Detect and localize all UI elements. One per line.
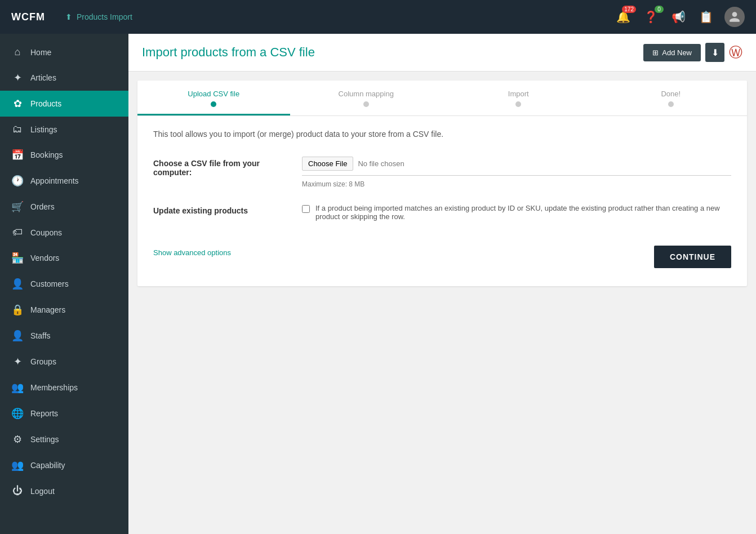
advanced-options-button[interactable]: Show advanced options	[153, 248, 231, 257]
wordpress-button[interactable]: Ⓦ	[729, 43, 742, 61]
help-badge: 0	[655, 6, 664, 13]
topbar-logo: WCFM	[11, 11, 45, 23]
sidebar-item-label: Products	[30, 99, 61, 108]
sidebar-item-reports[interactable]: 🌐Reports	[0, 400, 128, 426]
upload-icon: ⬆	[65, 12, 72, 21]
orders-icon: 🛒	[11, 201, 24, 213]
sidebar-item-settings[interactable]: ⚙Settings	[0, 426, 128, 452]
sidebar-item-label: Staffs	[30, 331, 51, 340]
sidebar-item-home[interactable]: ⌂Home	[0, 39, 128, 65]
update-desc: If a product being imported matches an e…	[315, 204, 731, 221]
update-control: If a product being imported matches an e…	[302, 204, 731, 221]
customers-icon: 👤	[11, 278, 24, 290]
listings-icon: 🗂	[11, 123, 24, 135]
file-label: Choose a CSV file from your computer:	[153, 157, 288, 177]
download-button[interactable]: ⬇	[705, 43, 724, 62]
notes-button[interactable]: 📋	[697, 8, 715, 26]
sidebar: ⌂Home✦Articles✿Products🗂Listings📅Booking…	[0, 34, 128, 534]
add-new-button[interactable]: ⊞ Add New	[643, 44, 701, 61]
content-card: Upload CSV file Column mapping Import Do…	[137, 81, 747, 286]
sidebar-item-label: Articles	[30, 73, 56, 82]
choose-file-button[interactable]: Choose File	[302, 157, 353, 171]
managers-icon: 🔒	[11, 304, 24, 316]
file-row: Choose a CSV file from your computer: Ch…	[153, 157, 731, 188]
sidebar-item-vendors[interactable]: 🏪Vendors	[0, 245, 128, 271]
sidebar-item-managers[interactable]: 🔒Managers	[0, 297, 128, 323]
checkbox-wrapper: If a product being imported matches an e…	[302, 204, 731, 221]
sidebar-item-label: Reports	[30, 409, 58, 418]
staffs-icon: 👤	[11, 330, 24, 342]
page-title: Import products from a CSV file	[142, 45, 315, 60]
continue-button[interactable]: CONTINUE	[654, 246, 731, 268]
step-done-dot	[668, 101, 674, 107]
sidebar-item-memberships[interactable]: 👥Memberships	[0, 375, 128, 400]
settings-icon: ⚙	[11, 433, 24, 446]
sidebar-item-label: Coupons	[30, 228, 62, 237]
topbar: WCFM ⬆ Products Import 🔔 172 ❓ 0 📢 📋	[0, 0, 756, 34]
sidebar-item-articles[interactable]: ✦Articles	[0, 65, 128, 91]
appointments-icon: 🕐	[11, 175, 24, 187]
form-description: This tool allows you to import (or merge…	[153, 130, 731, 139]
sidebar-item-bookings[interactable]: 📅Bookings	[0, 142, 128, 168]
breadcrumb-label: Products Import	[77, 12, 132, 21]
sidebar-item-groups[interactable]: ✦Groups	[0, 349, 128, 375]
grid-icon: ⊞	[652, 48, 659, 57]
sidebar-item-label: Logout	[30, 487, 55, 496]
step-done-label: Done!	[661, 90, 681, 98]
notifications-button[interactable]: 🔔 172	[614, 8, 633, 26]
download-icon: ⬇	[711, 47, 719, 58]
articles-icon: ✦	[11, 72, 24, 84]
sidebar-item-label: Customers	[30, 279, 69, 288]
logout-icon: ⏻	[11, 485, 24, 497]
products-icon: ✿	[11, 97, 24, 110]
vendors-icon: 🏪	[11, 252, 24, 264]
home-icon: ⌂	[11, 46, 24, 58]
file-input-line: Choose File No file chosen	[302, 157, 731, 176]
sidebar-item-products[interactable]: ✿Products	[0, 91, 128, 117]
wordpress-icon: Ⓦ	[729, 44, 742, 60]
sidebar-item-label: Listings	[30, 125, 57, 134]
steps-nav: Upload CSV file Column mapping Import Do…	[137, 81, 747, 116]
bookings-icon: 📅	[11, 149, 24, 161]
sidebar-item-label: Groups	[30, 357, 56, 366]
avatar[interactable]	[724, 7, 745, 27]
sidebar-item-staffs[interactable]: 👤Staffs	[0, 323, 128, 349]
capability-icon: 👥	[11, 459, 24, 471]
help-button[interactable]: ❓ 0	[642, 8, 660, 26]
coupons-icon: 🏷	[11, 226, 24, 238]
update-label: Update existing products	[153, 204, 288, 215]
sidebar-item-customers[interactable]: 👤Customers	[0, 271, 128, 297]
step-upload-label: Upload CSV file	[188, 90, 239, 98]
update-row: Update existing products If a product be…	[153, 204, 731, 221]
step-mapping-dot	[363, 101, 369, 107]
step-import-dot	[515, 101, 521, 107]
sidebar-item-label: Orders	[30, 202, 55, 211]
sidebar-item-appointments[interactable]: 🕐Appointments	[0, 168, 128, 194]
main-content: Import products from a CSV file ⊞ Add Ne…	[128, 34, 756, 534]
sidebar-item-label: Bookings	[30, 150, 63, 159]
update-checkbox[interactable]	[302, 205, 310, 213]
sidebar-item-label: Settings	[30, 435, 59, 444]
step-upload-dot	[211, 101, 216, 107]
layout: ⌂Home✦Articles✿Products🗂Listings📅Booking…	[0, 34, 756, 534]
memberships-icon: 👥	[11, 381, 24, 394]
step-done: Done!	[595, 81, 748, 115]
sidebar-item-listings[interactable]: 🗂Listings	[0, 117, 128, 142]
sidebar-item-label: Appointments	[30, 176, 79, 185]
step-import-label: Import	[508, 90, 529, 98]
sidebar-item-label: Vendors	[30, 253, 59, 262]
sidebar-item-orders[interactable]: 🛒Orders	[0, 194, 128, 220]
step-mapping: Column mapping	[290, 81, 443, 115]
step-mapping-label: Column mapping	[339, 90, 394, 98]
sidebar-item-coupons[interactable]: 🏷Coupons	[0, 220, 128, 245]
announcements-button[interactable]: 📢	[669, 8, 688, 26]
topbar-breadcrumb: ⬆ Products Import	[65, 12, 132, 21]
sidebar-item-logout[interactable]: ⏻Logout	[0, 478, 128, 504]
page-header: Import products from a CSV file ⊞ Add Ne…	[128, 34, 756, 72]
reports-icon: 🌐	[11, 407, 24, 420]
step-import: Import	[442, 81, 595, 115]
sidebar-item-label: Capability	[30, 461, 65, 470]
step-upload: Upload CSV file	[137, 81, 290, 115]
sidebar-item-capability[interactable]: 👥Capability	[0, 452, 128, 478]
form-footer: CONTINUE	[654, 246, 731, 268]
